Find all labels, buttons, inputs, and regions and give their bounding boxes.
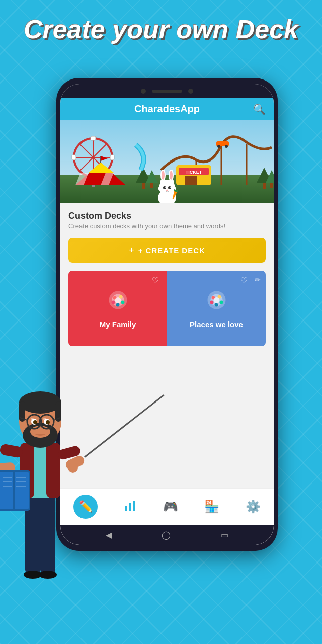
teacher-character xyxy=(0,337,91,614)
svg-point-73 xyxy=(39,571,57,579)
svg-rect-96 xyxy=(0,443,24,458)
app-header: CharadesApp 🔍 xyxy=(60,98,274,120)
main-title: Create your own Deck xyxy=(0,15,322,44)
edit-pencil-icon[interactable]: ✏ xyxy=(255,276,261,284)
svg-point-80 xyxy=(19,391,61,414)
nav-item-game[interactable]: 🎮 xyxy=(157,498,184,516)
svg-rect-71 xyxy=(40,493,55,574)
svg-point-43 xyxy=(170,171,173,180)
hero-banner: TICKET xyxy=(60,120,274,203)
svg-point-65 xyxy=(210,300,213,304)
phone-system-bar: ◀ ◯ ▭ xyxy=(60,525,274,545)
svg-rect-7 xyxy=(91,136,96,140)
svg-point-48 xyxy=(166,190,168,191)
deck-name-family: My Family xyxy=(100,320,136,329)
svg-point-22 xyxy=(217,145,220,148)
deck-palette-icon xyxy=(107,289,129,316)
recent-button[interactable]: ▭ xyxy=(221,530,228,540)
bunny-mascot xyxy=(152,170,182,203)
deck-card-places-we-love[interactable]: ✏ ♡ Places w xyxy=(167,271,266,346)
svg-point-94 xyxy=(33,420,37,424)
svg-point-84 xyxy=(30,426,50,438)
svg-point-55 xyxy=(121,300,124,304)
svg-rect-35 xyxy=(270,183,273,188)
deck-grid: ♡ My Family xyxy=(68,271,266,346)
nav-item-settings[interactable]: ⚙️ xyxy=(239,498,267,516)
svg-point-23 xyxy=(225,145,228,148)
svg-point-66 xyxy=(213,297,219,303)
back-button[interactable]: ◀ xyxy=(106,530,112,540)
stats-nav-icon xyxy=(124,499,137,515)
create-deck-label: + CREATE DECK xyxy=(138,246,205,255)
home-button[interactable]: ◯ xyxy=(162,530,171,540)
nav-item-stats[interactable] xyxy=(118,497,143,517)
svg-rect-10 xyxy=(110,155,114,160)
svg-point-42 xyxy=(162,171,165,180)
svg-rect-77 xyxy=(46,443,60,498)
section-title: Custom Decks xyxy=(68,211,266,221)
svg-rect-29 xyxy=(142,183,145,189)
svg-rect-0 xyxy=(60,120,274,175)
deck-name-places: Places we love xyxy=(190,320,243,329)
svg-point-44 xyxy=(163,186,166,189)
svg-rect-69 xyxy=(133,501,135,511)
favorite-heart-icon[interactable]: ♡ xyxy=(152,276,162,286)
svg-rect-38 xyxy=(160,180,174,188)
create-deck-button[interactable]: + + CREATE DECK xyxy=(68,238,266,263)
store-nav-icon: 🏪 xyxy=(204,500,219,514)
phone-camera xyxy=(141,89,146,94)
svg-point-109 xyxy=(68,463,78,473)
svg-rect-100 xyxy=(13,470,15,511)
deck-palette-icon-2 xyxy=(205,289,228,316)
svg-rect-9 xyxy=(72,155,76,160)
svg-text:TICKET: TICKET xyxy=(186,170,202,175)
favorite-heart-icon-2[interactable]: ♡ xyxy=(240,276,251,286)
svg-point-95 xyxy=(46,420,50,424)
svg-rect-39 xyxy=(158,187,176,190)
phone-speaker xyxy=(152,90,182,93)
empty-space xyxy=(60,348,274,488)
svg-point-58 xyxy=(115,297,121,303)
svg-point-56 xyxy=(116,303,119,306)
svg-rect-33 xyxy=(263,183,266,189)
section-header: Custom Decks Create custom decks with yo… xyxy=(60,203,274,232)
svg-point-47 xyxy=(170,187,171,188)
svg-point-46 xyxy=(165,187,166,188)
settings-nav-icon: ⚙️ xyxy=(246,500,261,514)
svg-rect-27 xyxy=(185,176,197,185)
svg-point-45 xyxy=(168,186,171,189)
phone-top-bar xyxy=(60,84,274,98)
svg-point-57 xyxy=(111,300,115,304)
svg-rect-67 xyxy=(125,506,127,511)
deck-card-my-family[interactable]: ♡ My Family xyxy=(68,271,167,346)
game-nav-icon: 🎮 xyxy=(163,500,178,514)
nav-item-store[interactable]: 🏪 xyxy=(198,498,225,516)
svg-point-63 xyxy=(219,300,223,304)
svg-rect-68 xyxy=(129,503,131,511)
plus-icon: + xyxy=(129,245,134,256)
bottom-navigation: ✏️ 🎮 xyxy=(60,488,274,525)
search-icon[interactable]: 🔍 xyxy=(253,103,266,115)
phone-camera-2 xyxy=(188,89,193,94)
app-content: Custom Decks Create custom decks with yo… xyxy=(60,203,274,545)
section-subtitle: Create custom decks with your own theme … xyxy=(68,222,266,230)
app-name: CharadesApp xyxy=(134,103,200,115)
svg-point-64 xyxy=(214,303,218,306)
